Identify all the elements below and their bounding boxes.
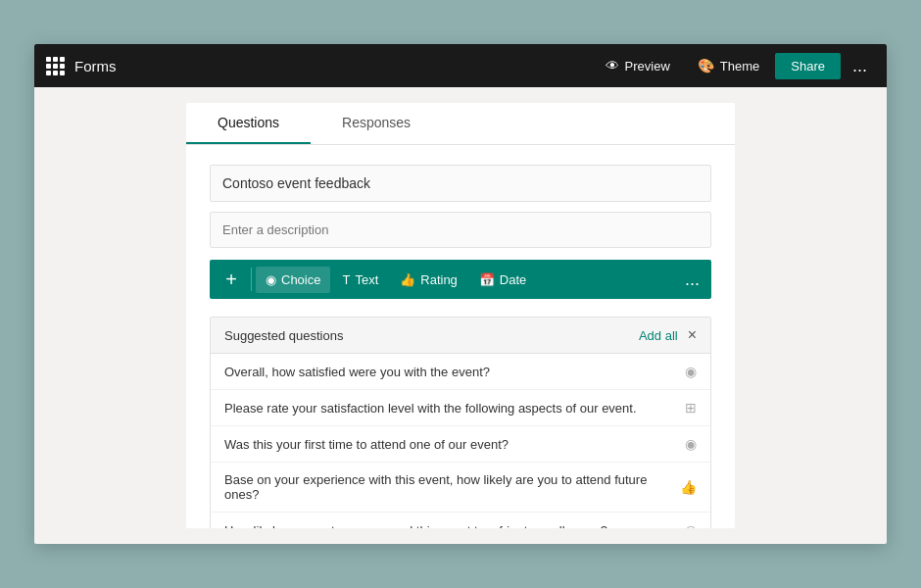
suggested-item-text: Overall, how satisfied were you with the…	[224, 365, 490, 379]
palette-icon: 🎨	[698, 58, 714, 74]
list-item[interactable]: Base on your experience with this event,…	[211, 463, 710, 513]
preview-button[interactable]: 👁 Preview	[594, 52, 682, 79]
suggested-item-text: Please rate your satisfaction level with…	[224, 401, 637, 416]
toolbar-divider	[251, 268, 252, 291]
text-icon: T	[342, 272, 350, 287]
add-all-button[interactable]: Add all	[639, 328, 678, 343]
form-description-input[interactable]	[210, 212, 711, 248]
suggested-item-text: Base on your experience with this event,…	[224, 472, 680, 502]
rating-icon: 👍	[400, 272, 415, 287]
choice-option[interactable]: ◉ Choice	[256, 267, 330, 293]
toolbar-more-button[interactable]: ...	[677, 266, 707, 294]
suggested-header: Suggested questions Add all ×	[211, 318, 710, 354]
list-item[interactable]: Please rate your satisfaction level with…	[211, 390, 710, 426]
radio-icon: ◉	[685, 364, 697, 379]
thumb-icon: 👍	[680, 479, 697, 495]
suggested-item-text: How likely are you to recommend this eve…	[224, 523, 607, 529]
suggested-actions: Add all ×	[639, 327, 697, 343]
tab-responses[interactable]: Responses	[311, 103, 442, 144]
list-item[interactable]: Overall, how satisfied were you with the…	[211, 354, 710, 390]
form-body: + ◉ Choice T Text 👍 Rating	[186, 145, 735, 528]
date-icon: 📅	[479, 272, 495, 287]
header-right: 👁 Preview 🎨 Theme Share ...	[594, 52, 875, 80]
header-left: Forms	[46, 57, 117, 75]
suggested-section: Suggested questions Add all × Overall, h…	[210, 317, 711, 528]
tabs: Questions Responses	[186, 103, 735, 145]
rating-option[interactable]: 👍 Rating	[390, 267, 467, 293]
date-option[interactable]: 📅 Date	[469, 267, 536, 293]
eye-icon: 👁	[606, 58, 619, 74]
app-grid-icon[interactable]	[46, 57, 65, 75]
add-question-toolbar: + ◉ Choice T Text 👍 Rating	[210, 260, 711, 299]
choice-label: Choice	[281, 272, 320, 287]
suggested-list: Overall, how satisfied were you with the…	[211, 354, 710, 528]
date-label: Date	[500, 272, 526, 287]
suggested-title: Suggested questions	[224, 328, 343, 343]
theme-button[interactable]: 🎨 Theme	[686, 52, 771, 79]
form-container: Questions Responses + ◉ Choice T	[186, 103, 735, 528]
theme-label: Theme	[720, 59, 759, 74]
preview-label: Preview	[625, 59, 670, 74]
list-item[interactable]: Was this your first time to attend one o…	[211, 426, 710, 463]
app-window: Forms 👁 Preview 🎨 Theme Share ... Questi…	[34, 44, 887, 544]
form-title-input[interactable]	[210, 165, 711, 202]
add-question-button[interactable]: +	[214, 264, 249, 295]
more-options-button[interactable]: ...	[845, 52, 875, 80]
check-circle-icon: ◎	[685, 522, 697, 528]
share-button[interactable]: Share	[775, 53, 841, 79]
header: Forms 👁 Preview 🎨 Theme Share ...	[34, 44, 887, 87]
app-name: Forms	[74, 58, 117, 74]
grid-icon: ⊞	[685, 400, 697, 416]
list-item[interactable]: How likely are you to recommend this eve…	[211, 513, 710, 528]
main-content: Questions Responses + ◉ Choice T	[34, 87, 887, 544]
text-label: Text	[355, 272, 378, 287]
suggested-item-text: Was this your first time to attend one o…	[224, 437, 509, 452]
text-option[interactable]: T Text	[332, 267, 388, 293]
choice-radio-icon: ◉	[266, 272, 276, 287]
rating-label: Rating	[420, 272, 458, 287]
radio-icon: ◉	[685, 436, 697, 452]
close-suggested-button[interactable]: ×	[688, 327, 697, 343]
tab-questions[interactable]: Questions	[186, 103, 311, 144]
